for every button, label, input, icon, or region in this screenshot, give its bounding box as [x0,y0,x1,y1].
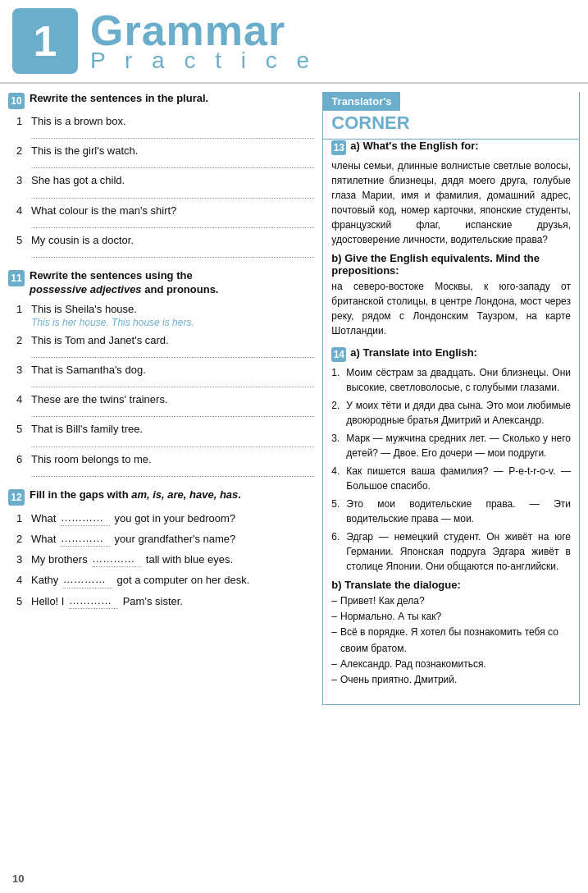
list-item: 4 Kathy ………… got a computer on her desk. [8,572,314,588]
page-header: 1 Grammar P r a c t i c e [0,0,588,84]
list-item: 2 What ………… your grandfather's name? [8,531,314,547]
corner-body: 13 a) What's the English for: члены семь… [323,140,579,704]
exercise-12: 12 Fill in the gaps with am, is, are, ha… [8,488,314,609]
corner-label: CORNER [323,111,579,140]
list-item: 3She has got a child. [8,173,314,198]
answer-line [31,409,314,417]
gap-5: ………… [69,593,118,609]
list-item: 1This is a brown box. [8,114,314,139]
list-item: 5My cousin is a doctor. [8,233,314,258]
list-item: 1.Моим сёстрам за двадцать. Они близнецы… [331,365,571,395]
list-item: 1 What ………… you got in your bedroom? [8,511,314,526]
answer-line [31,350,314,358]
exercise-13: 13 a) What's the English for: члены семь… [331,140,571,338]
exercise-14-list: 1.Моим сёстрам за двадцать. Они близнецы… [331,365,571,574]
list-item: 6This room belongs to me. [8,452,314,477]
exercise-10: 10 Rewrite the sentences in the plural. … [8,92,314,258]
exercise-14: 14 a) Translate into English: 1.Моим сёс… [331,346,571,688]
answer-line [31,160,314,168]
exercise-10-header: 10 Rewrite the sentences in the plural. [8,92,314,109]
exercise-13-number: 13 [331,140,346,155]
list-item: 3That is Samantha's dog. [8,363,314,387]
exercise-14-title-a: a) Translate into English: [350,346,477,359]
exercise-14-header: 14 a) Translate into English: [331,346,571,362]
exercise-12-title: Fill in the gaps with am, is, are, have,… [30,488,241,502]
gap-3: ………… [92,552,141,567]
main-content: 10 Rewrite the sentences in the plural. … [0,92,588,705]
gap-2: ………… [61,531,110,547]
translators-header-label: Translator's [323,92,399,111]
chapter-number: 1 [12,8,78,74]
answer-line [31,220,314,228]
exercise-13-text-a: члены семьи, длинные волнистые светлые в… [331,158,571,247]
list-item: 2.У моих тёти и дяди два сына. Это мои л… [331,398,571,428]
list-item: 4.Как пишется ваша фамилия? — P-e-t-r-o-… [331,464,571,493]
title-block: Grammar P r a c t i c e [90,9,316,74]
dialogue-line: –Привет! Как дела? [331,593,571,609]
list-item: 1This is Sheila's house. This is her hou… [8,302,314,328]
answer-line [31,469,314,477]
exercise-11-number: 11 [8,270,25,286]
list-item: 2This is Tom and Janet's card. [8,333,314,358]
dialogue-line: –Очень приятно. Дмитрий. [331,672,571,688]
exercise-11: 11 Rewrite the sentences using the posse… [8,269,314,477]
list-item: 4What colour is the man's shirt? [8,204,314,228]
exercise-12-header: 12 Fill in the gaps with am, is, are, ha… [8,488,314,506]
list-item: 4These are the twins' trainers. [8,392,314,417]
answer-line [31,250,314,258]
list-item: 5 Hello! I ………… Pam's sister. [8,593,314,609]
gap-1: ………… [61,511,110,526]
dialogue-line: –Нормально. А ты как? [331,609,571,625]
title-grammar: Grammar [90,9,316,52]
answer-line [31,190,314,199]
list-item: 3.Марк — мужчина средних лет. — Сколько … [331,431,571,460]
exercise-11-title: Rewrite the sentences using the possessi… [30,269,218,297]
gap-4: ………… [63,572,112,588]
answer-line [31,439,314,447]
example-answer: This is her house. This house is hers. [16,317,314,328]
dialogue-line: –Всё в порядке. Я хотел бы познакомить т… [331,625,571,656]
list-item: 5.Это мои водительские права. — Эти води… [331,497,571,526]
list-item: 5That is Bill's family tree. [8,422,314,446]
exercise-10-title: Rewrite the sentences in the plural. [30,92,208,106]
exercise-12-number: 12 [8,489,25,506]
exercise-14-title-b: b) Translate the dialogue: [331,579,571,591]
answer-line [31,131,314,139]
list-item: 2This is the girl's watch. [8,144,314,168]
translators-corner: Translator's CORNER 13 a) What's the Eng… [322,92,580,705]
exercise-13-text-b: на северо-востоке Москвы, к юго-западу о… [331,279,571,338]
exercise-14-number: 14 [331,347,346,362]
page-number: 10 [12,872,24,885]
exercise-10-number: 10 [8,93,25,109]
exercise-11-header: 11 Rewrite the sentences using the posse… [8,269,314,297]
exercise-13-header: 13 a) What's the English for: [331,140,571,155]
dialogue-line: –Александр. Рад познакомиться. [331,657,571,672]
list-item: 6.Эдгар — немецкий студент. Он живёт на … [331,529,571,574]
exercise-13-title-a: a) What's the English for: [350,140,478,152]
exercise-13-title-b: b) Give the English equivalents. Mind th… [331,252,571,277]
list-item: 3 My brothers ………… tall with blue eyes. [8,552,314,567]
title-practice: P r a c t i c e [90,48,316,74]
answer-line [31,379,314,387]
left-column: 10 Rewrite the sentences in the plural. … [8,92,322,705]
